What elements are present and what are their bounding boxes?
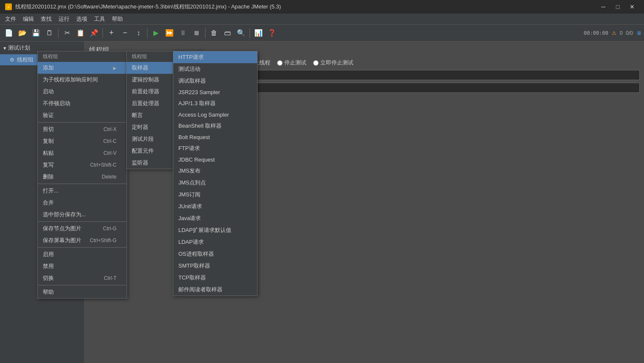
ctx-toggle-label: 切换 [43,274,54,282]
expand-button[interactable]: + [105,27,118,39]
add-pre-processor-label: 前置处理器 [132,88,159,95]
ctx-save-selection[interactable]: 选中部分保存为... [38,209,127,221]
sampler-mail-reader-label: 邮件阅读者取样器 [178,286,222,293]
menu-run[interactable]: 运行 [55,14,73,24]
sampler-submenu[interactable]: HTTP请求 测试活动 调试取样器 JSR223 Sampler AJP/1.3… [173,51,258,296]
app-icon: ⚡ [5,3,12,10]
collapse-button[interactable]: − [119,27,131,39]
sampler-tcp[interactable]: TCP取样器 [173,272,257,284]
add-assertion-label: 断言 [132,112,143,119]
clear-all-button[interactable]: 🗃 [221,27,234,39]
sampler-test-action-label: 测试活动 [178,65,200,73]
ctx-add-think-time[interactable]: 为子线程添加响应时间 [38,74,127,86]
sampler-bolt[interactable]: Bolt Request [173,132,257,142]
sampler-access-log[interactable]: Access Log Sampler [173,109,257,120]
save-as-button[interactable]: 🗒 [43,27,56,39]
ctx-copy[interactable]: 复制 Ctrl-C [38,135,127,147]
ctx-merge[interactable]: 合并 [38,197,127,209]
maximize-button[interactable]: □ [611,2,625,11]
sampler-jms-point[interactable]: JMS点到点 [173,177,257,189]
ctx-open[interactable]: 打开... [38,185,127,197]
sampler-jms-publish[interactable]: JMS发布 [173,165,257,177]
minimize-button[interactable]: ─ [597,2,610,11]
ctx-delete[interactable]: 删除 Delete [38,171,127,183]
sampler-debug[interactable]: 调试取样器 [173,75,257,87]
cut-button[interactable]: ✂ [61,27,73,39]
open-button[interactable]: 📂 [16,27,29,39]
menu-bar: 文件 编辑 查找 运行 选项 工具 帮助 [0,14,644,25]
sampler-ftp[interactable]: FTP请求 [173,142,257,154]
report-button[interactable]: 📊 [252,27,265,39]
gear-icon: ⚙ [8,56,15,63]
run-no-pause-button[interactable]: ⏩ [163,27,176,39]
ctx-save-node-image[interactable]: 保存节点为图片 Ctrl-G [38,223,127,235]
sampler-mail-reader[interactable]: 邮件阅读者取样器 [173,284,257,296]
sampler-os-process-label: OS进程取样器 [178,250,214,258]
sampler-smtp[interactable]: SMTP取样器 [173,260,257,272]
ctx-paste-label: 粘贴 [43,149,54,157]
ctx-paste-shortcut: Ctrl-V [103,150,117,156]
sampler-ldap[interactable]: LDAP请求 [173,236,257,248]
sampler-junit[interactable]: JUnit请求 [173,201,257,212]
close-button[interactable]: ✕ [625,2,639,11]
sampler-ajp-label: AJP/1.3 取样器 [178,100,216,107]
ctx-paste[interactable]: 粘贴 Ctrl-V [38,147,127,159]
sampler-test-action[interactable]: 测试活动 [173,63,257,75]
sampler-jdbc-label: JDBC Request [178,156,215,163]
sampler-jsr223-label: JSR223 Sampler [178,89,220,95]
toolbar-time-area: 00:00:00 ⚠ 0 0/0 🖥 [584,30,641,36]
ctx-copy-label: 复制 [43,137,54,145]
menu-edit[interactable]: 编辑 [19,14,37,24]
ctx-add-think-time-label: 为子线程添加响应时间 [43,76,98,84]
new-button[interactable]: 📄 [3,27,15,39]
context-menu[interactable]: 线程组 添加 ▶ 为子线程添加响应时间 启动 不停顿启动 验证 剪切 Ctrl-… [37,51,127,299]
sep3 [147,28,147,38]
toggle-button[interactable]: ↕ [132,27,145,39]
ctx-duplicate[interactable]: 复写 Ctrl+Shift-C [38,159,127,171]
find-button[interactable]: 🔍 [235,27,247,39]
ctx-enable[interactable]: 启用 [38,249,127,260]
ctx-toggle[interactable]: 切换 Ctrl-T [38,272,127,284]
ctx-cut[interactable]: 剪切 Ctrl-X [38,123,127,135]
ctx-no-pause-start[interactable]: 不停顿启动 [38,98,127,109]
radio-stop-test[interactable]: 停止测试 [277,59,306,67]
menu-options[interactable]: 选项 [73,14,91,24]
stop-all-button[interactable]: ⏹ [190,27,203,39]
menu-tools[interactable]: 工具 [91,14,108,24]
sampler-jms-subscribe-label: JMS订阅 [178,191,200,198]
ctx-start[interactable]: 启动 [38,86,127,98]
ctx-help[interactable]: 帮助 [38,286,127,298]
ctx-sep3 [38,221,127,222]
ctx-disable[interactable]: 禁用 [38,260,127,272]
run-button[interactable]: ▶ [150,27,162,39]
question-button[interactable]: ❓ [266,27,278,39]
tree-item-label: 线程组 [17,56,33,64]
ctx-duplicate-shortcut: Ctrl+Shift-C [90,162,117,168]
ctx-delete-label: 删除 [43,173,54,181]
menu-search[interactable]: 查找 [37,14,55,24]
ctx-save-screen-image[interactable]: 保存屏幕为图片 Ctrl+Shift-G [38,235,127,246]
sampler-jms-subscribe[interactable]: JMS订阅 [173,189,257,201]
sampler-smtp-label: SMTP取样器 [178,262,210,270]
copy-button[interactable]: 📋 [74,27,87,39]
ctx-add[interactable]: 添加 ▶ [38,62,127,74]
sampler-http[interactable]: HTTP请求 [173,51,257,63]
ctx-validate[interactable]: 验证 [38,109,127,121]
ctx-menu-label: 线程组 [38,51,127,62]
menu-file[interactable]: 文件 [2,14,19,24]
sampler-java[interactable]: Java请求 [173,212,257,224]
radio-stop-test-now[interactable]: 立即停止测试 [313,59,353,67]
save-button[interactable]: 💾 [30,27,42,39]
sampler-ajp[interactable]: AJP/1.3 取样器 [173,98,257,109]
paste-button[interactable]: 📌 [88,27,100,39]
sampler-os-process[interactable]: OS进程取样器 [173,248,257,260]
ctx-enable-label: 启用 [43,251,54,258]
warning-count: 0 [620,30,623,36]
sampler-beanshell[interactable]: BeanShell 取样器 [173,120,257,132]
sampler-ldap-extended[interactable]: LDAP扩展请求默认值 [173,224,257,236]
sampler-jsr223[interactable]: JSR223 Sampler [173,87,257,98]
clear-button[interactable]: 🗑 [208,27,220,39]
sampler-jdbc[interactable]: JDBC Request [173,154,257,165]
menu-help[interactable]: 帮助 [108,14,126,24]
stop-button[interactable]: ⏸ [177,27,189,39]
